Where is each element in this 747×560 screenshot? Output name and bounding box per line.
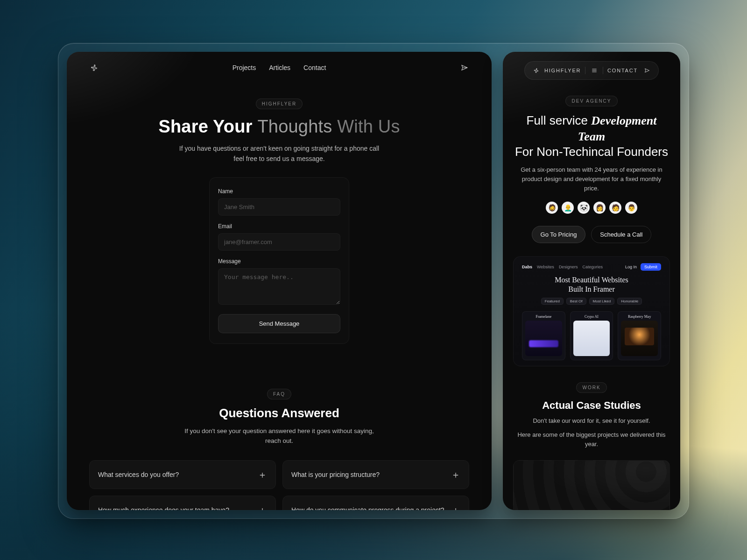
plus-icon: ＋	[451, 470, 460, 479]
showcase-nav-item[interactable]: Websites	[537, 265, 554, 269]
showcase-nav-item[interactable]: Designers	[559, 265, 578, 269]
avatar: 🧔	[546, 202, 558, 214]
go-to-pricing-button[interactable]: Go To Pricing	[532, 226, 586, 243]
nav-contact[interactable]: Contact	[303, 64, 326, 71]
faq-section: FAQ Questions Answered If you don't see …	[67, 389, 492, 510]
plane-icon	[531, 66, 541, 75]
chip[interactable]: Best Of	[566, 298, 586, 305]
mobile-panel: HIGHFLYER CONTACT DEV AGENCY Full servic…	[503, 52, 680, 510]
faq-item[interactable]: What services do you offer? ＋	[89, 460, 276, 489]
brand-pill: HIGHFLYER	[256, 98, 303, 109]
faq-grid: What services do you offer? ＋ What is yo…	[89, 460, 469, 510]
work-section: WORK Actual Case Studies Don't take our …	[503, 382, 680, 449]
mobile-subtitle: Get a six-person team with 24 years of e…	[514, 165, 669, 193]
card-thumb	[621, 321, 658, 356]
card-thumb	[525, 321, 562, 356]
showcase-title-line1: Most Beautiful Websites	[555, 276, 628, 284]
faq-question: What services do you offer?	[98, 471, 179, 478]
agency-pill: DEV AGENCY	[565, 96, 617, 106]
nav-articles[interactable]: Articles	[269, 64, 290, 71]
page-title: Share Your Thoughts With Us	[95, 117, 464, 137]
work-line2: Here are some of the biggest projects we…	[514, 430, 669, 449]
title-strong: Share Your	[158, 117, 257, 136]
work-pill: WORK	[576, 382, 606, 393]
faq-item[interactable]: What is your pricing structure? ＋	[282, 460, 469, 489]
mobile-title: Full service Development Team For Non-Te…	[514, 113, 669, 160]
name-input[interactable]	[218, 198, 340, 216]
work-title: Actual Case Studies	[514, 399, 669, 412]
plus-icon: ＋	[258, 470, 267, 479]
avatar: 👨	[625, 202, 637, 214]
showcase-grid: Framelane Crypo AI Raspberry May	[522, 311, 661, 360]
nav-links: Projects Articles Contact	[233, 64, 326, 71]
work-line1: Don't take our word for it, see it for y…	[514, 416, 669, 426]
faq-item[interactable]: How much experience does your team have?…	[89, 496, 276, 510]
team-avatars: 🧔 👨‍🦲 🐼 👩 🧑 👨	[514, 202, 669, 214]
send-icon[interactable]	[460, 63, 469, 72]
card-caption: Raspberry May	[621, 315, 658, 319]
showcase-submit-button[interactable]: Submit	[641, 263, 661, 271]
glass-stage: Projects Articles Contact HIGHFLYER Shar…	[58, 43, 689, 519]
avatar: 🐼	[578, 202, 590, 214]
mobile-brand[interactable]: HIGHFLYER	[531, 66, 581, 75]
brand-text: HIGHFLYER	[544, 68, 581, 73]
mobile-navbar: HIGHFLYER CONTACT	[524, 61, 659, 80]
case-study-preview[interactable]	[513, 460, 670, 510]
mobile-title-line2: For Non-Techincal Founders	[514, 144, 669, 160]
showcase-card-item[interactable]: Crypo AI	[570, 311, 613, 360]
faq-title: Questions Answered	[89, 406, 469, 420]
menu-icon[interactable]	[590, 66, 599, 75]
desktop-navbar: Projects Articles Contact	[67, 52, 492, 72]
schedule-call-button[interactable]: Schedule a Call	[591, 226, 651, 243]
message-label: Message	[218, 258, 340, 265]
hero-subtitle: If you have questions or aren't keen on …	[179, 143, 380, 164]
contact-hero: HIGHFLYER Share Your Thoughts With Us If…	[67, 98, 492, 344]
card-caption: Framelane	[525, 315, 562, 319]
showcase-nav-item[interactable]: Categories	[582, 265, 603, 269]
email-input[interactable]	[218, 233, 340, 251]
avatar: 👩	[593, 202, 606, 214]
showcase-card-item[interactable]: Framelane	[522, 311, 565, 360]
message-textarea[interactable]	[218, 268, 340, 305]
showcase-login[interactable]: Log In	[625, 265, 637, 269]
cta-row: Go To Pricing Schedule a Call	[514, 226, 669, 243]
mobile-hero: DEV AGENCY Full service Development Team…	[503, 96, 680, 243]
separator	[585, 67, 585, 74]
separator	[603, 67, 603, 74]
faq-question: How much experience does your team have?	[98, 506, 229, 510]
faq-subtitle: If you don't see your question answered …	[176, 426, 382, 446]
plane-icon[interactable]	[89, 63, 99, 72]
name-label: Name	[218, 188, 340, 195]
contact-form: Name Email Message Send Message	[209, 177, 349, 344]
mobile-title-line1a: Full service	[527, 113, 592, 127]
desktop-panel: Projects Articles Contact HIGHFLYER Shar…	[67, 52, 492, 510]
mobile-contact-link[interactable]: CONTACT	[607, 68, 638, 73]
showcase-title: Most Beautiful Websites Built In Framer	[522, 275, 661, 294]
send-message-button[interactable]: Send Message	[218, 314, 340, 333]
faq-pill: FAQ	[267, 389, 291, 399]
mobile-nav-right: CONTACT	[607, 66, 652, 75]
email-label: Email	[218, 223, 340, 230]
avatar: 🧑	[609, 202, 621, 214]
showcase-card: Dabs Websites Designers Categories Log I…	[513, 256, 670, 366]
plus-icon: ＋	[451, 505, 460, 510]
chip[interactable]: Most Liked	[589, 298, 615, 305]
showcase-card-item[interactable]: Raspberry May	[618, 311, 661, 360]
card-thumb	[573, 321, 610, 356]
send-icon[interactable]	[642, 66, 652, 75]
chip[interactable]: Featured	[541, 298, 564, 305]
showcase-brand: Dabs	[522, 265, 532, 269]
avatar: 👨‍🦲	[562, 202, 574, 214]
title-softer: With Us	[337, 117, 400, 136]
showcase-chips: Featured Best Of Most Liked Honorable	[522, 298, 661, 305]
card-caption: Crypo AI	[573, 315, 610, 319]
faq-item[interactable]: How do you communicate progress during a…	[282, 496, 469, 510]
chip[interactable]: Honorable	[617, 298, 642, 305]
faq-question: What is your pricing structure?	[291, 471, 380, 478]
title-soft: Thoughts	[257, 117, 337, 136]
plus-icon: ＋	[258, 505, 267, 510]
nav-projects[interactable]: Projects	[233, 64, 256, 71]
faq-question: How do you communicate progress during a…	[291, 506, 444, 510]
showcase-title-line2: Built In Framer	[568, 285, 615, 293]
showcase-topbar: Dabs Websites Designers Categories Log I…	[522, 263, 661, 271]
